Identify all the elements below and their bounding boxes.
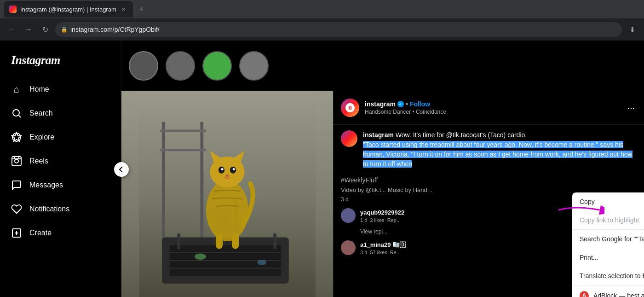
svg-rect-17: [160, 149, 206, 151]
sidebar-label-messages: Messages: [29, 181, 63, 189]
sidebar: Instagram ⌂ Home Search Explore: [0, 41, 121, 297]
tab-bar: Instagram (@instagram) | Instagram ✕ +: [0, 0, 644, 18]
post-username: instagram ✓ • Follow: [365, 100, 625, 108]
sidebar-label-reels: Reels: [29, 157, 48, 165]
comment-avatar-2: [341, 240, 356, 255]
search-icon: [11, 108, 22, 119]
svg-point-35: [226, 175, 229, 177]
sidebar-item-search[interactable]: Search: [6, 102, 115, 124]
comment-avatar-1: [341, 208, 356, 223]
svg-rect-25: [177, 233, 180, 249]
sidebar-label-home: Home: [29, 85, 49, 93]
post-caption: instagram Wow. It's time for @tik.tacoca…: [334, 125, 644, 175]
context-menu-item-translate[interactable]: Translate selection to English: [572, 267, 644, 285]
comment-username-2: a1_mina29 🇩🇩🇩: [360, 241, 406, 248]
svg-point-27: [206, 180, 248, 241]
instagram-logo: Instagram: [6, 48, 115, 78]
caption-intro: Wow. It's time for @tik.tacocat's (Taco)…: [396, 131, 527, 139]
svg-rect-15: [201, 122, 204, 245]
sidebar-item-messages[interactable]: Messages: [6, 174, 115, 196]
svg-rect-37: [232, 233, 239, 249]
caption-username: instagram: [363, 131, 394, 139]
dot-separator: •: [406, 100, 408, 108]
post-image: [121, 91, 333, 297]
verified-badge: ✓: [397, 101, 404, 107]
post-header: instagram ✓ • Follow Handsome Dancer • C…: [334, 91, 644, 125]
instagram-favicon: [9, 6, 17, 13]
svg-rect-4: [12, 157, 21, 166]
gym-background: [121, 91, 333, 297]
story-avatar-3[interactable]: [202, 51, 232, 81]
address-bar: ← → ↻ 🔒 instagram.com/p/CtRpYgpObif/ ⬇: [0, 18, 644, 41]
story-bar: [121, 41, 644, 91]
sidebar-label-notifications: Notifications: [29, 205, 69, 213]
svg-point-34: [233, 168, 235, 170]
messages-icon: [11, 180, 22, 191]
forward-button[interactable]: →: [22, 23, 35, 36]
tab-title: Instagram (@instagram) | Instagram: [20, 6, 116, 13]
notifications-icon: [11, 204, 22, 215]
adblock-icon: A: [580, 291, 589, 297]
story-avatar-1[interactable]: [129, 51, 158, 81]
active-tab[interactable]: Instagram (@instagram) | Instagram ✕: [4, 1, 133, 17]
svg-point-38: [195, 254, 206, 260]
svg-rect-14: [162, 122, 165, 245]
post-area: instagram ✓ • Follow Handsome Dancer • C…: [121, 91, 644, 297]
caption-avatar: [341, 130, 357, 147]
url-domain: instagram.com: [70, 26, 113, 33]
context-menu-item-search-google[interactable]: Search Google for ""Taco started using t…: [572, 230, 644, 248]
svg-point-0: [13, 110, 19, 116]
svg-line-1: [19, 116, 21, 117]
url-path: /p/CtRpYgpObif/: [113, 26, 160, 33]
adblock-label: AdBlock — best ad blocker: [593, 292, 644, 297]
sidebar-label-create: Create: [29, 229, 52, 237]
app-container: Instagram ⌂ Home Search Explore: [0, 41, 644, 297]
sidebar-item-home[interactable]: ⌂ Home: [6, 78, 115, 100]
post-subtitle: Handsome Dancer • Coincidance: [365, 109, 625, 115]
svg-point-5: [15, 159, 18, 163]
lock-icon: 🔒: [61, 26, 68, 33]
back-button[interactable]: ←: [6, 23, 18, 36]
download-icon: ⬇: [626, 23, 638, 36]
post-user-avatar[interactable]: [341, 99, 359, 117]
explore-icon: [11, 132, 22, 143]
more-options-button[interactable]: ···: [625, 101, 637, 115]
svg-point-33: [221, 168, 224, 170]
comment-username-1: yaqub92929922: [360, 209, 404, 216]
post-user-info: instagram ✓ • Follow Handsome Dancer • C…: [365, 100, 625, 115]
svg-point-39: [257, 260, 266, 265]
search-google-label: Search Google for ""Taco started using t…: [580, 235, 644, 243]
svg-rect-26: [273, 233, 276, 249]
selected-text: "Taco started using the treadmill about …: [363, 141, 632, 168]
sidebar-label-explore: Explore: [29, 133, 54, 141]
context-menu-item-adblock[interactable]: A AdBlock — best ad blocker: [572, 285, 644, 297]
sidebar-label-search: Search: [29, 109, 53, 117]
reels-icon: [11, 156, 22, 167]
reload-button[interactable]: ↻: [39, 23, 52, 36]
sidebar-item-reels[interactable]: Reels: [6, 150, 115, 172]
svg-rect-16: [160, 130, 206, 132]
url-text: instagram.com/p/CtRpYgpObif/: [70, 26, 160, 33]
follow-button[interactable]: Follow: [410, 100, 430, 108]
sidebar-item-explore[interactable]: Explore: [6, 126, 115, 148]
sidebar-item-create[interactable]: Create: [6, 222, 115, 244]
translate-label: Translate selection to English: [580, 272, 644, 280]
back-navigation-button[interactable]: [114, 162, 129, 177]
create-icon: [11, 227, 22, 239]
url-input[interactable]: 🔒 instagram.com/p/CtRpYgpObif/: [55, 22, 622, 37]
home-icon: ⌂: [11, 84, 22, 95]
browser-chrome: Instagram (@instagram) | Instagram ✕ + ←…: [0, 0, 644, 41]
story-avatar-2[interactable]: [166, 51, 195, 81]
gym-illustration: [121, 91, 333, 297]
context-menu-item-print[interactable]: Print...: [572, 248, 644, 267]
copy-arrow: [554, 201, 604, 219]
main-content: instagram ✓ • Follow Handsome Dancer • C…: [121, 41, 644, 297]
hashtag-text: #WeeklyFluff: [334, 175, 644, 186]
svg-rect-36: [216, 233, 223, 249]
tab-close-button[interactable]: ✕: [120, 6, 127, 13]
print-label: Print...: [580, 254, 598, 261]
sidebar-item-notifications[interactable]: Notifications: [6, 198, 115, 220]
caption-text: instagram Wow. It's time for @tik.tacoca…: [363, 130, 637, 169]
new-tab-button[interactable]: +: [135, 3, 148, 16]
story-avatar-4[interactable]: [239, 51, 269, 81]
